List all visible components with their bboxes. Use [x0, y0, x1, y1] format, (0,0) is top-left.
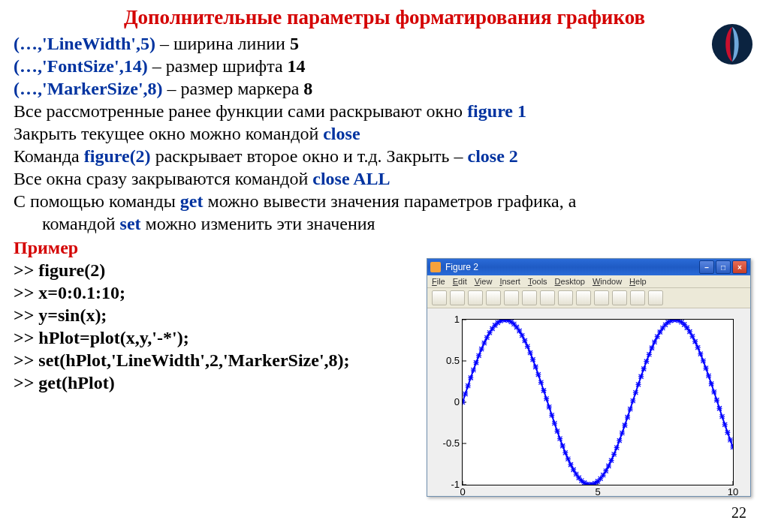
text-getset: С помощью команды get можно вывести знач…: [14, 190, 755, 235]
example-title: Пример: [14, 236, 755, 259]
x-tick-label: 10: [722, 486, 744, 497]
svg-point-0: [712, 24, 752, 65]
matlab-figure-window: Figure 2 – □ × FileEditViewInsertToolsDe…: [427, 258, 751, 497]
x-tick-label: 5: [587, 486, 609, 497]
text-close: Закрыть текущее окно можно командой clos…: [14, 122, 755, 145]
y-tick-label: -0.5: [439, 437, 460, 449]
toolbar-button[interactable]: [504, 290, 519, 305]
text-figure2: Команда figure(2) раскрывает второе окно…: [14, 145, 755, 167]
menu-item[interactable]: Help: [629, 277, 647, 286]
toolbar-button[interactable]: [432, 290, 447, 305]
toolbar-button[interactable]: [450, 290, 465, 305]
plot-svg: [463, 320, 733, 485]
logo-icon: [710, 23, 754, 66]
text-closeall: Все окна сразу закрываются командой clos…: [14, 167, 755, 190]
figure-title-text: Figure 2: [445, 262, 478, 272]
figure-titlebar[interactable]: Figure 2 – □ ×: [427, 259, 750, 275]
toolbar-button[interactable]: [576, 290, 591, 305]
toolbar-button[interactable]: [630, 290, 645, 305]
menu-item[interactable]: Tools: [528, 277, 547, 286]
toolbar-button[interactable]: [486, 290, 501, 305]
toolbar-button[interactable]: [648, 290, 663, 305]
toolbar-button[interactable]: [522, 290, 537, 305]
param-fontsize: (…,'FontSize',14) – размер шрифта 14: [14, 55, 755, 77]
param-linewidth: (…,'LineWidth',5) – ширина линии 5: [14, 32, 755, 55]
figure-menubar[interactable]: FileEditViewInsertToolsDesktopWindowHelp: [427, 275, 750, 288]
toolbar-button[interactable]: [612, 290, 627, 305]
menu-item[interactable]: Edit: [453, 277, 467, 286]
menu-item[interactable]: Insert: [499, 277, 520, 286]
close-button[interactable]: ×: [732, 260, 747, 274]
plot-axes: -1-0.500.51 0510: [462, 319, 734, 485]
toolbar-button[interactable]: [540, 290, 555, 305]
param-markersize: (…,'MarkerSize',8) – размер маркера 8: [14, 77, 755, 100]
slide-title: Дополнительные параметры форматирования …: [14, 6, 755, 29]
page-number: 22: [731, 504, 746, 521]
plot-area: -1-0.500.51 0510: [427, 308, 750, 496]
matlab-icon: [430, 262, 441, 272]
toolbar-button[interactable]: [594, 290, 609, 305]
y-tick-label: 0.5: [439, 355, 460, 366]
figure-toolbar[interactable]: [427, 288, 750, 308]
text-figure1: Все рассмотренные ранее функции сами рас…: [14, 100, 755, 122]
menu-item[interactable]: View: [475, 277, 493, 286]
y-tick-label: 0: [439, 396, 460, 407]
menu-item[interactable]: File: [432, 277, 445, 286]
menu-item[interactable]: Desktop: [555, 277, 585, 286]
toolbar-button[interactable]: [558, 290, 573, 305]
minimize-button[interactable]: –: [699, 260, 714, 274]
y-tick-label: 1: [439, 314, 460, 325]
menu-item[interactable]: Window: [593, 277, 622, 286]
x-tick-label: 0: [451, 486, 474, 497]
maximize-button[interactable]: □: [716, 260, 731, 274]
toolbar-button[interactable]: [468, 290, 483, 305]
